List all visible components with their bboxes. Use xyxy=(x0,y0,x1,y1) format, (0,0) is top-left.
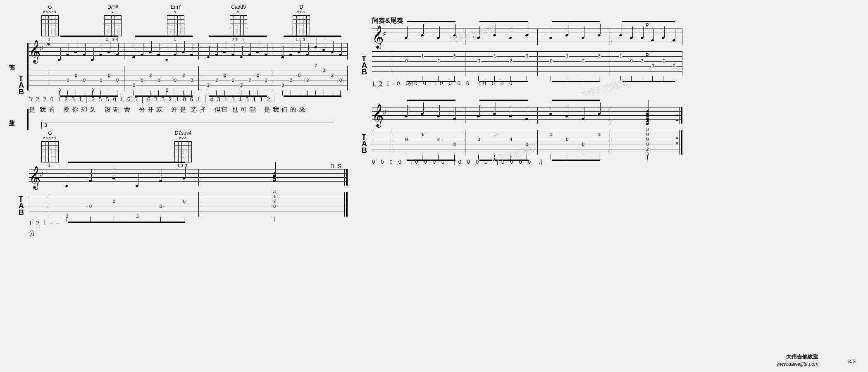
tab-fret: 3 xyxy=(598,54,601,58)
note-head xyxy=(453,34,456,37)
tab-fret: 0 xyxy=(630,59,633,63)
chord-grid xyxy=(230,15,247,36)
tab-fret: 2 xyxy=(641,59,644,63)
tab-fret: 0 xyxy=(83,78,86,83)
note-head xyxy=(322,48,325,51)
note-head xyxy=(597,34,601,37)
note-head xyxy=(549,112,553,115)
note-head xyxy=(190,53,193,56)
tab-fret: 2 xyxy=(240,83,243,88)
tab-fret: 0 xyxy=(107,73,111,78)
tab-fret: 0 xyxy=(405,137,408,142)
tab-clef: TAB xyxy=(19,75,24,95)
note-head xyxy=(405,36,408,39)
tab-fret: 2 xyxy=(248,78,251,83)
tab-fret: 2 xyxy=(231,78,235,83)
tab-staff: 3003003120 xyxy=(29,192,347,217)
lyric-word: 舍 xyxy=(124,106,131,114)
tab-fret: 2 xyxy=(289,78,293,83)
note-head xyxy=(420,112,424,115)
tab-fret: 3 xyxy=(646,127,649,132)
tab-clef: TAB xyxy=(362,134,367,154)
note-head xyxy=(581,117,584,120)
measure-number: 25 xyxy=(45,42,50,47)
tab-fret: 2 xyxy=(265,78,268,83)
lyric-word: 是 我 们 的 缘 xyxy=(264,106,306,114)
jianpu-notation: 1 2 1 - - xyxy=(29,220,347,227)
notation-staff: 𝄞 ♯ 25 xyxy=(29,43,347,60)
chord-open-strings: x xyxy=(112,10,114,14)
note-head xyxy=(640,36,644,39)
note-head xyxy=(651,39,654,42)
tab-fret: 2 xyxy=(207,83,210,88)
note-head xyxy=(82,53,86,56)
key-signature: ♯ xyxy=(383,108,386,117)
lyric-word: 但它 xyxy=(215,106,228,114)
note-head xyxy=(74,51,77,54)
chord-name: G xyxy=(48,130,52,136)
tab-fret: 2 xyxy=(182,73,185,78)
note-head xyxy=(477,36,480,39)
key-signature: ♯ xyxy=(40,170,43,179)
tab-fret: 2 xyxy=(662,59,665,63)
bracket xyxy=(27,109,29,130)
tab-fret: 2 xyxy=(646,147,649,152)
chord-grid xyxy=(41,141,59,162)
chord-grid xyxy=(104,15,122,36)
note-head xyxy=(159,179,162,182)
note-head xyxy=(264,53,267,56)
tab-fret: 0 xyxy=(116,78,119,83)
note-head xyxy=(157,53,160,56)
tab-fret: 0 xyxy=(190,78,193,83)
tab-fret: 0 xyxy=(99,78,103,83)
footer-url: www.daweijita.com xyxy=(777,361,818,367)
tab-fret: 0 xyxy=(672,64,676,68)
tab-fret: 3 xyxy=(273,189,276,194)
note-head xyxy=(525,34,528,37)
treble-clef-icon: 𝄞 xyxy=(29,40,41,63)
chord-open-strings: x xyxy=(237,10,240,14)
note-head xyxy=(91,58,94,61)
tab-fret: 0 xyxy=(339,78,342,83)
tab-staff: 012001403001300023 xyxy=(372,130,682,155)
note-head xyxy=(493,34,496,37)
tab-fret: 1 xyxy=(493,54,496,58)
tab-fret: 1 xyxy=(493,132,496,137)
chord-grid xyxy=(293,15,310,36)
tab-fret: 0 xyxy=(157,78,160,83)
tab-fret: 0 xyxy=(646,142,649,147)
tab-fret: 1 xyxy=(619,54,622,58)
note-head xyxy=(509,36,512,39)
treble-clef-icon: 𝄞 xyxy=(372,104,384,127)
chord-fingering: 1 xyxy=(174,37,177,41)
tab-fret: 0 xyxy=(651,64,654,68)
note-head xyxy=(65,184,69,187)
note-head xyxy=(646,122,649,125)
tab-fret: 0 xyxy=(112,199,116,204)
chord-grid xyxy=(174,141,192,162)
system-1: 吉他 主旋律 TAB 𝄞 ♯ 25 3000300000202020220222… xyxy=(17,43,347,114)
chord-name: D7sus4 xyxy=(175,130,192,136)
tab-fret: 0 xyxy=(525,142,529,147)
note-head xyxy=(436,115,440,118)
note-head xyxy=(136,184,139,187)
tab-fret: 0 xyxy=(159,204,162,209)
volta-number: 3 xyxy=(44,122,47,128)
lyric-word: 选 择 xyxy=(191,106,206,114)
note-head xyxy=(662,36,665,39)
tab-fret: 3 xyxy=(65,214,69,219)
note-head xyxy=(272,179,276,182)
tab-fret: 0 xyxy=(549,59,553,63)
chord-name: Cadd9 xyxy=(231,4,246,10)
tab-fret: 2 xyxy=(437,137,440,142)
chord-fingering: 1 xyxy=(48,37,52,41)
volta-bracket: 3 xyxy=(41,122,334,129)
key-signature: ♯ xyxy=(40,44,43,53)
pull-off-mark: P xyxy=(646,22,649,28)
lyrics-line: 分 xyxy=(29,229,347,237)
tab-clef: TAB xyxy=(19,196,24,216)
note-head xyxy=(132,56,135,59)
tab-fret: 3 xyxy=(281,83,284,88)
chord-open-strings: x xyxy=(174,10,177,14)
note-head xyxy=(66,53,69,56)
